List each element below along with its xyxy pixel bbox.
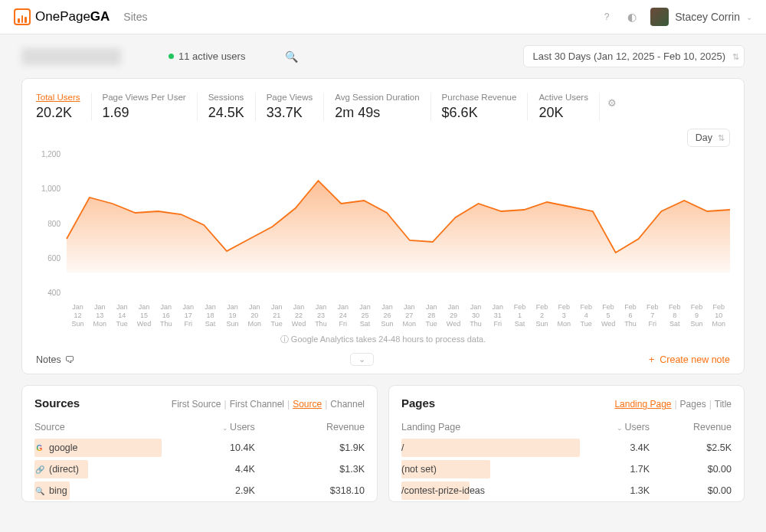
metric-purchase-revenue[interactable]: Purchase Revenue$6.6K [431,93,529,121]
help-icon[interactable]: ? [600,10,614,24]
pages-tabs: Landing Page|Pages|Title [614,399,732,410]
metric-value: 2m 49s [335,105,419,121]
metric-label: Sessions [208,93,244,102]
row-users: 3.4K [580,437,650,459]
metric-page-views-per-user[interactable]: Page Views Per User1.69 [92,93,198,121]
row-users: 2.9K [162,480,255,501]
notes-label: Notes [36,354,61,365]
row-revenue: $2.5K [650,437,732,459]
metric-label: Total Users [36,93,80,102]
search-icon[interactable]: 🔍 [285,51,298,63]
overview-card: Total Users20.2KPage Views Per User1.69S… [21,78,745,374]
table-row[interactable]: Ggoogle 10.4K $1.9K [34,437,365,459]
metric-value: $6.6K [442,105,517,121]
sort-icon: ⇅ [718,133,725,143]
date-range-label: Last 30 Days (Jan 12, 2025 - Feb 10, 202… [533,51,726,62]
sources-table: Source ⌄Users Revenue Ggoogle 10.4K $1.9… [34,417,365,501]
col-revenue[interactable]: Revenue [650,417,732,437]
tab-first-source[interactable]: First Source [172,399,221,410]
link-icon: 🔗 [34,465,44,475]
col-users[interactable]: ⌄Users [580,417,650,437]
nav-sites[interactable]: Sites [123,11,147,23]
pages-table: Landing Page ⌄Users Revenue / 3.4K $2.5K… [401,417,732,501]
active-users-text: 11 active users [178,51,245,62]
row-users: 10.4K [162,437,255,459]
col-revenue[interactable]: Revenue [255,417,365,437]
row-users: 1.3K [580,480,650,501]
tab-title[interactable]: Title [715,399,732,410]
brand-text: OnePageGA [35,9,110,24]
tab-source[interactable]: Source [293,399,322,410]
tab-first-channel[interactable]: First Channel [230,399,284,410]
metric-page-views[interactable]: Page Views33.7K [256,93,325,121]
metrics-row: Total Users20.2KPage Views Per User1.69S… [36,93,730,121]
col-source[interactable]: Source [34,417,162,437]
row-revenue: $1.9K [255,437,365,459]
row-name: bing [49,485,67,496]
filter-bar: 11 active users 🔍 Last 30 Days (Jan 12, … [0,34,766,78]
row-revenue: $1.3K [255,459,365,480]
metric-value: 1.69 [103,105,186,121]
metric-active-users[interactable]: Active Users20K [528,93,600,121]
notes-toggle[interactable]: Notes 🗨 [36,354,75,365]
row-revenue: $0.00 [650,480,732,501]
row-revenue: $0.00 [650,459,732,480]
sources-tabs: First Source|First Channel|Source|Channe… [172,399,365,410]
table-row[interactable]: 🔍bing 2.9K $318.10 [34,480,365,501]
x-axis-labels: Jan12SunJan13MonJan14TueJan15WedJan16Thu… [67,303,730,328]
metric-label: Page Views Per User [103,93,186,102]
sources-panel: Sources First Source|First Channel|Sourc… [21,385,378,502]
user-menu[interactable]: Stacey Corrin ⌄ [650,8,752,26]
col-landing-page[interactable]: Landing Page [401,417,580,437]
table-row[interactable]: /contest-prize-ideas 1.3K $0.00 [401,480,732,501]
granularity-label: Day [696,132,712,143]
row-revenue: $318.10 [255,480,365,501]
chevron-down-icon: ⌄ [746,13,752,21]
metric-sessions[interactable]: Sessions24.5K [198,93,256,121]
tab-pages[interactable]: Pages [680,399,706,410]
sort-icon: ⇅ [732,51,739,61]
create-note-button[interactable]: + Create new note [649,354,730,365]
bing-icon: 🔍 [34,486,44,496]
metric-total-users[interactable]: Total Users20.2K [36,93,92,121]
metric-label: Page Views [267,93,313,102]
row-name: (direct) [49,464,79,475]
table-row[interactable]: 🔗(direct) 4.4K $1.3K [34,459,365,480]
tab-channel[interactable]: Channel [330,399,365,410]
metric-label: Purchase Revenue [442,93,517,102]
notes-icon: 🗨 [65,354,75,365]
active-users-indicator[interactable]: 11 active users [169,51,245,62]
users-chart[interactable]: 1,2001,000800600400 Jan12SunJan13MonJan1… [36,150,730,328]
site-selector-blurred[interactable] [21,48,121,65]
col-users[interactable]: ⌄Users [162,417,255,437]
chart-info-note: ⓘ Google Analytics takes 24-48 hours to … [36,334,730,345]
avatar [650,8,669,26]
row-name: / [401,442,404,453]
sources-title: Sources [34,397,80,410]
tab-landing-page[interactable]: Landing Page [614,399,671,410]
brand-icon [14,8,31,25]
row-name: google [49,442,78,453]
user-name: Stacey Corrin [675,11,740,23]
metric-value: 20K [538,105,588,121]
row-name: /contest-prize-ideas [401,485,485,496]
pages-tbody: / 3.4K $2.5K (not set) 1.7K $0.00 /conte… [401,437,732,501]
metric-label: Avg Session Duration [335,93,419,102]
metric-label: Active Users [538,93,588,102]
expand-notes-button[interactable]: ⌄ [350,353,374,366]
pages-panel: Pages Landing Page|Pages|Title Landing P… [388,385,745,502]
chart-svg [67,150,730,273]
table-row[interactable]: (not set) 1.7K $0.00 [401,459,732,480]
table-row[interactable]: / 3.4K $2.5K [401,437,732,459]
gear-icon[interactable]: ⚙ [607,97,617,109]
dark-mode-icon[interactable]: ◐ [627,11,637,23]
granularity-selector[interactable]: Day ⇅ [687,129,730,147]
live-dot-icon [169,54,174,59]
date-range-selector[interactable]: Last 30 Days (Jan 12, 2025 - Feb 10, 202… [523,45,745,67]
brand-logo[interactable]: OnePageGA [14,8,110,25]
metric-avg-session-duration[interactable]: Avg Session Duration2m 49s [324,93,430,121]
row-users: 1.7K [580,459,650,480]
top-bar: OnePageGA Sites ? ◐ Stacey Corrin ⌄ [0,0,766,34]
metric-value: 24.5K [208,105,244,121]
row-users: 4.4K [162,459,255,480]
